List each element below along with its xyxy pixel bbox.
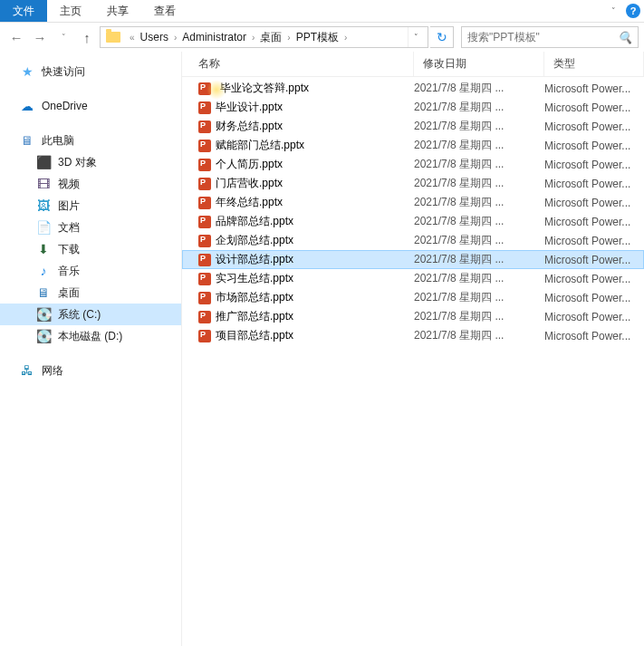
file-type: Microsoft Power...	[544, 82, 644, 95]
ribbon-tab-share[interactable]: 共享	[94, 0, 141, 22]
breadcrumb-admin[interactable]: Administrator	[182, 31, 246, 43]
sidebar-quick-access[interactable]: ★ 快速访问	[0, 61, 181, 82]
file-modified: 2021/7/8 星期四 ...	[414, 138, 544, 153]
file-name: 实习生总结.pptx	[216, 271, 293, 286]
sidebar-item-downloads[interactable]: ⬇下载	[0, 238, 181, 260]
file-row[interactable]: 企划部总结.pptx2021/7/8 星期四 ...Microsoft Powe…	[182, 231, 644, 250]
sidebar-network[interactable]: 🖧 网络	[0, 360, 181, 381]
powerpoint-icon	[198, 197, 211, 209]
file-row[interactable]: 项目部总结.pptx2021/7/8 星期四 ...Microsoft Powe…	[182, 326, 644, 345]
ribbon-file-tab[interactable]: 文件	[0, 0, 47, 22]
sidebar-item-documents[interactable]: 📄文档	[0, 217, 181, 238]
column-header-type[interactable]: 类型	[544, 52, 644, 76]
sidebar-onedrive[interactable]: ☁ OneDrive	[0, 95, 181, 117]
file-type: Microsoft Power...	[544, 254, 643, 266]
ribbon-tabs: 文件 主页 共享 查看 ˅ ?	[0, 0, 644, 23]
address-dropdown-icon[interactable]: ˅	[408, 27, 424, 47]
sidebar-label: 此电脑	[42, 133, 74, 149]
column-header-modified[interactable]: 修改日期	[414, 52, 544, 76]
file-type: Microsoft Power...	[544, 216, 644, 228]
file-row[interactable]: 市场部总结.pptx2021/7/8 星期四 ...Microsoft Powe…	[182, 288, 644, 307]
sidebar-this-pc[interactable]: 🖥 此电脑	[0, 130, 181, 151]
breadcrumb-desktop[interactable]: 桌面	[260, 30, 282, 45]
file-modified: 2021/7/8 星期四 ...	[414, 214, 544, 229]
chevron-left-icon[interactable]: «	[126, 33, 139, 43]
sidebar-item-pictures[interactable]: 🖼图片	[0, 195, 181, 217]
file-modified: 2021/7/8 星期四 ...	[414, 290, 544, 305]
drive-icon: 💽	[36, 329, 51, 343]
file-modified: 2021/7/8 星期四 ...	[414, 81, 544, 96]
sidebar-label: 图片	[58, 198, 80, 214]
sidebar-item-c-drive[interactable]: 💽系统 (C:)	[0, 304, 181, 325]
file-modified: 2021/7/8 星期四 ...	[414, 119, 544, 134]
file-type: Microsoft Power...	[544, 235, 644, 247]
file-row[interactable]: 设计部总结.pptx2021/7/8 星期四 ...Microsoft Powe…	[182, 250, 644, 269]
file-modified: 2021/7/8 星期四 ...	[414, 195, 544, 210]
nav-recent-dropdown[interactable]: ˅	[53, 26, 74, 48]
breadcrumb-users[interactable]: Users	[140, 31, 168, 43]
powerpoint-icon	[198, 216, 211, 228]
file-type: Microsoft Power...	[544, 121, 644, 133]
cloud-icon: ☁	[20, 99, 34, 113]
file-type: Microsoft Power...	[544, 273, 644, 285]
sidebar-item-3d[interactable]: ⬛3D 对象	[0, 151, 181, 173]
sidebar-label: 音乐	[58, 264, 80, 279]
star-icon: ★	[20, 64, 34, 79]
file-row[interactable]: 赋能部门总结.pptx2021/7/8 星期四 ...Microsoft Pow…	[182, 136, 644, 155]
nav-up-button[interactable]: ↑	[76, 26, 98, 48]
file-row[interactable]: 实习生总结.pptx2021/7/8 星期四 ...Microsoft Powe…	[182, 269, 644, 288]
file-row[interactable]: 年终总结.pptx2021/7/8 星期四 ...Microsoft Power…	[182, 193, 644, 212]
ribbon-expand-icon[interactable]: ˅	[604, 0, 622, 22]
music-icon: ♪	[36, 264, 51, 278]
powerpoint-icon	[198, 273, 211, 285]
sidebar-item-d-drive[interactable]: 💽本地磁盘 (D:)	[0, 325, 181, 347]
file-modified: 2021/7/8 星期四 ...	[414, 100, 544, 115]
file-name: 年终总结.pptx	[216, 195, 283, 210]
file-name: 毕业设计.pptx	[216, 100, 283, 115]
file-row[interactable]: 毕业设计.pptx2021/7/8 星期四 ...Microsoft Power…	[182, 98, 644, 117]
file-list[interactable]: 毕业论文答辩.pptx2021/7/8 星期四 ...Microsoft Pow…	[182, 77, 644, 646]
file-row[interactable]: 财务总结.pptx2021/7/8 星期四 ...Microsoft Power…	[182, 117, 644, 136]
file-modified: 2021/7/8 星期四 ...	[414, 271, 544, 286]
file-type: Microsoft Power...	[544, 101, 644, 114]
powerpoint-icon	[198, 235, 211, 247]
ribbon-tab-view[interactable]: 查看	[141, 0, 188, 22]
sidebar-label: 快速访问	[42, 64, 85, 80]
file-type: Microsoft Power...	[544, 178, 644, 190]
powerpoint-icon	[198, 254, 211, 266]
search-input[interactable]	[467, 31, 618, 43]
powerpoint-icon	[198, 178, 211, 190]
sidebar-item-videos[interactable]: 🎞视频	[0, 173, 181, 195]
sidebar-label: 视频	[58, 177, 80, 192]
chevron-right-icon: ›	[170, 33, 180, 43]
sidebar-label: 下载	[58, 242, 80, 257]
file-type: Microsoft Power...	[544, 159, 644, 171]
file-row[interactable]: 个人简历.pptx2021/7/8 星期四 ...Microsoft Power…	[182, 155, 644, 174]
address-bar[interactable]: « Users › Administrator › 桌面 › PPT模板 › ˅	[100, 26, 428, 48]
file-name: 个人简历.pptx	[216, 157, 283, 172]
file-row[interactable]: 品牌部总结.pptx2021/7/8 星期四 ...Microsoft Powe…	[182, 212, 644, 231]
breadcrumb-current[interactable]: PPT模板	[296, 30, 339, 45]
folder-icon	[104, 28, 122, 46]
help-button[interactable]: ?	[622, 0, 644, 22]
chevron-right-icon: ›	[248, 33, 258, 43]
file-modified: 2021/7/8 星期四 ...	[414, 328, 544, 343]
file-name: 赋能部门总结.pptx	[216, 138, 304, 153]
search-icon[interactable]: 🔍	[618, 31, 632, 44]
file-row[interactable]: 门店营收.pptx2021/7/8 星期四 ...Microsoft Power…	[182, 174, 644, 193]
file-name: 门店营收.pptx	[216, 176, 283, 191]
file-row[interactable]: 毕业论文答辩.pptx2021/7/8 星期四 ...Microsoft Pow…	[182, 79, 644, 98]
help-icon: ?	[626, 4, 640, 18]
search-box[interactable]: 🔍	[461, 26, 639, 48]
file-modified: 2021/7/8 星期四 ...	[414, 309, 544, 324]
nav-forward-button[interactable]: →	[29, 26, 51, 48]
column-header-name[interactable]: 名称	[182, 52, 414, 76]
sidebar-item-music[interactable]: ♪音乐	[0, 260, 181, 282]
sidebar-item-desktop[interactable]: 🖥桌面	[0, 282, 181, 304]
ribbon-tab-home[interactable]: 主页	[47, 0, 94, 22]
file-type: Microsoft Power...	[544, 292, 644, 304]
refresh-button[interactable]: ↻	[430, 26, 454, 48]
file-row[interactable]: 推广部总结.pptx2021/7/8 星期四 ...Microsoft Powe…	[182, 307, 644, 326]
sidebar-label: 桌面	[58, 285, 80, 301]
nav-back-button[interactable]: ←	[5, 26, 27, 48]
